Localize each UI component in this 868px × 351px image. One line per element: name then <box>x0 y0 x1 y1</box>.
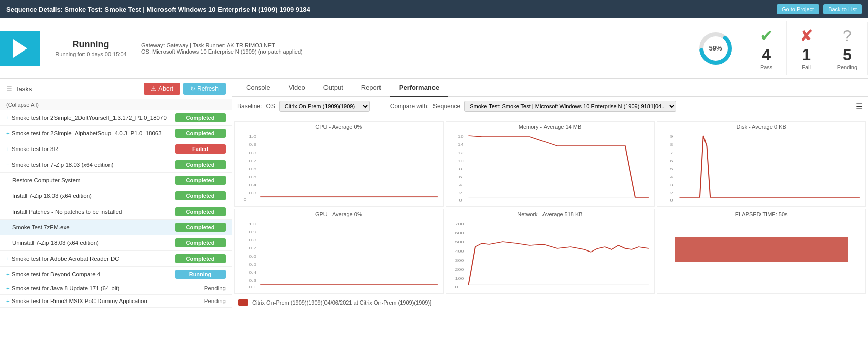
network-chart-title: Network - Average 518 KB <box>448 211 653 217</box>
svg-text:6: 6 <box>670 158 673 163</box>
svg-text:4: 4 <box>670 174 673 179</box>
cpu-chart-title: CPU - Average 0% <box>237 124 441 130</box>
fail-x-icon: ✘ <box>800 26 813 45</box>
pending-label: Pending <box>837 64 857 70</box>
svg-text:14: 14 <box>458 142 464 146</box>
title-bar-buttons: Go to Project Back to List <box>777 4 862 14</box>
svg-text:10: 10 <box>458 158 464 163</box>
main-layout: ☰ Tasks ⚠ Abort ↻ Refresh (Collapse All)… <box>0 79 868 351</box>
svg-text:4: 4 <box>459 182 462 187</box>
status-badge: Completed <box>175 176 226 185</box>
svg-text:0.1: 0.1 <box>249 284 256 289</box>
progress-donut: 59% <box>685 23 746 74</box>
abort-icon: ⚠ <box>151 85 156 92</box>
svg-text:1.0: 1.0 <box>249 221 256 226</box>
task-name: +Smoke test for 3R <box>6 146 175 152</box>
svg-text:8: 8 <box>670 142 673 146</box>
task-item[interactable]: Install 7-Zip 18.03 (x64 edition)Complet… <box>0 188 232 204</box>
left-header: ☰ Tasks ⚠ Abort ↻ Refresh <box>0 79 232 99</box>
pending-question-icon: ? <box>843 27 852 45</box>
svg-text:2: 2 <box>670 190 673 195</box>
svg-text:0: 0 <box>459 197 462 202</box>
disk-chart: Disk - Average 0 KB 9 8 7 6 5 4 3 2 0 <box>657 121 866 207</box>
task-item[interactable]: −Smoke test for 7-Zip 18.03 (x64 edition… <box>0 157 232 173</box>
tasks-title: ☰ Tasks <box>6 85 32 93</box>
status-badge: Failed <box>175 144 226 154</box>
task-name: +Smoke test for Rimo3 MSIX PoC Dummy App… <box>6 298 204 304</box>
expand-icon: + <box>6 130 10 136</box>
pending-metric: ? 5 Pending <box>827 22 868 75</box>
collapse-icon: − <box>6 162 10 168</box>
legend-text: Citrix On-Prem (1909)(1909)[04/06/2021 a… <box>252 299 431 306</box>
abort-button[interactable]: ⚠ Abort <box>144 83 180 95</box>
task-item[interactable]: +Smoke test for 2Simple_2DoItYourself_1.… <box>0 110 232 126</box>
svg-text:3: 3 <box>670 182 673 187</box>
charts-grid: CPU - Average 0% 1.0 0.9 0.8 0.7 0.6 0.5… <box>232 119 868 296</box>
expand-icon: + <box>6 146 10 152</box>
task-item[interactable]: Smoke Test 7zFM.exeCompleted <box>0 220 232 235</box>
baseline-group: Baseline: OS Citrix On-Prem (1909)(1909) <box>237 101 370 112</box>
svg-text:0.9: 0.9 <box>249 229 256 234</box>
task-item[interactable]: Restore Computer SystemCompleted <box>0 173 232 188</box>
tab-output[interactable]: Output <box>314 79 352 97</box>
task-item[interactable]: +Smoke test for Adobe Acrobat Reader DCC… <box>0 251 232 267</box>
status-badge: Completed <box>175 238 226 247</box>
status-badge: Completed <box>175 129 226 138</box>
task-item[interactable]: +Smoke test for 2Simple_AlphabetSoup_4.0… <box>0 126 232 141</box>
task-item[interactable]: Install Patches - No patches to be insta… <box>0 204 232 220</box>
task-name: Restore Computer System <box>12 177 175 183</box>
status-badge: Pending <box>204 298 226 304</box>
status-bar: Running Running for: 0 days 00:15:04 Gat… <box>0 18 868 79</box>
task-item[interactable]: +Smoke test for Rimo3 MSIX PoC Dummy App… <box>0 295 232 308</box>
tab-video[interactable]: Video <box>280 79 314 97</box>
os-select[interactable]: Citrix On-Prem (1909)(1909) <box>279 101 370 112</box>
sequence-select[interactable]: Smoke Test: Smoke Test | Microsoft Windo… <box>464 101 676 112</box>
svg-text:0.8: 0.8 <box>249 237 256 242</box>
status-badge: Pending <box>204 285 226 291</box>
back-to-list-button[interactable]: Back to List <box>823 4 862 14</box>
tab-performance[interactable]: Performance <box>390 79 448 97</box>
svg-text:9: 9 <box>670 134 673 138</box>
memory-chart: Memory - Average 14 MB 16 14 12 10 8 6 4… <box>446 121 655 207</box>
baseline-label: Baseline: <box>237 103 262 110</box>
status-badge: Running <box>175 270 226 279</box>
svg-text:16: 16 <box>458 134 464 138</box>
settings-icon[interactable]: ☰ <box>856 102 863 111</box>
task-item[interactable]: +Smoke test for 3RFailed <box>0 141 232 157</box>
title-bar: Sequence Details: Smoke Test: Smoke Test… <box>0 0 868 18</box>
elapsed-chart: ELAPSED TIME: 50s <box>657 209 866 294</box>
play-button[interactable] <box>0 31 40 66</box>
pending-count: 5 <box>843 45 852 64</box>
svg-text:0: 0 <box>455 284 458 289</box>
collapse-all[interactable]: (Collapse All) <box>0 99 232 110</box>
task-item[interactable]: Uninstall 7-Zip 18.03 (x64 edition)Compl… <box>0 235 232 251</box>
svg-text:0.4: 0.4 <box>249 270 256 274</box>
pass-count: 4 <box>762 45 771 64</box>
left-panel: ☰ Tasks ⚠ Abort ↻ Refresh (Collapse All)… <box>0 79 232 351</box>
pass-label: Pass <box>760 64 772 70</box>
go-to-project-button[interactable]: Go to Project <box>777 4 819 14</box>
svg-text:0.9: 0.9 <box>249 142 256 146</box>
svg-text:0: 0 <box>243 197 246 202</box>
tab-report[interactable]: Report <box>352 79 390 97</box>
svg-text:700: 700 <box>455 221 464 226</box>
fail-label: Fail <box>802 64 811 70</box>
fail-count: 1 <box>802 45 811 64</box>
right-panel: ConsoleVideoOutputReportPerformance Base… <box>232 79 868 351</box>
svg-text:8: 8 <box>459 166 462 171</box>
task-name: −Smoke test for 7-Zip 18.03 (x64 edition… <box>6 162 175 168</box>
task-name: Smoke Test 7zFM.exe <box>12 224 175 230</box>
refresh-button[interactable]: ↻ Refresh <box>183 83 226 95</box>
tab-bar: ConsoleVideoOutputReportPerformance <box>232 79 868 97</box>
svg-text:0.8: 0.8 <box>249 150 256 155</box>
task-item[interactable]: +Smoke test for Java 8 Update 171 (64-bi… <box>0 282 232 295</box>
expand-icon: + <box>6 271 10 277</box>
memory-chart-title: Memory - Average 14 MB <box>448 124 653 130</box>
status-metrics: 59% ✔ 4 Pass ✘ 1 Fail ? 5 Pending <box>685 21 868 75</box>
task-name: +Smoke test for 2Simple_2DoItYourself_1.… <box>6 115 175 121</box>
svg-text:300: 300 <box>455 258 464 262</box>
task-item[interactable]: +Smoke test for Beyond Compare 4Running <box>0 267 232 282</box>
tab-console[interactable]: Console <box>237 79 280 97</box>
os-label: OS <box>266 103 275 110</box>
tasks-menu-icon: ☰ <box>6 85 12 93</box>
